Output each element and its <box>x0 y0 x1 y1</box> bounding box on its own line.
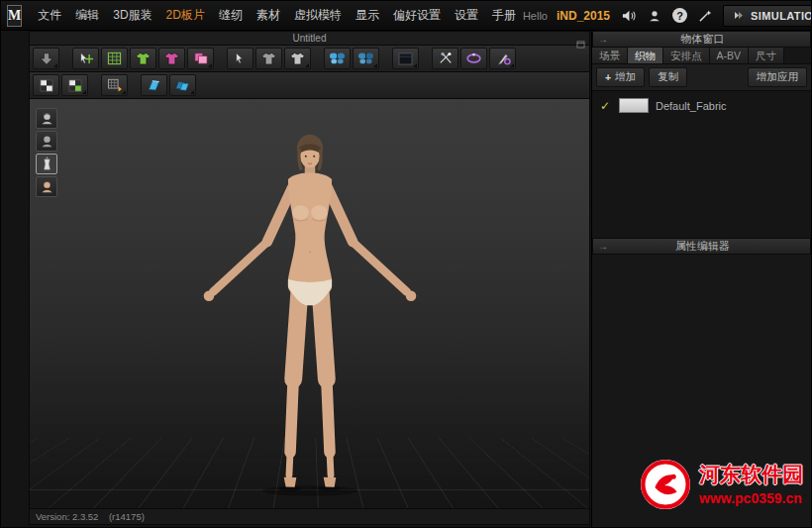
property-editor-header[interactable]: → 属性编辑器 <box>592 238 811 255</box>
fabric-swatch[interactable] <box>619 98 649 113</box>
pin-cross-tool[interactable] <box>432 48 458 69</box>
garment-magenta-tool[interactable] <box>158 48 185 69</box>
avatar-preset-list <box>36 108 57 197</box>
avatar-model[interactable] <box>179 127 440 515</box>
fabric-name-label: Default_Fabric <box>656 100 727 112</box>
pattern-copy-tool[interactable] <box>187 48 214 69</box>
help-icon[interactable]: ? <box>672 8 687 23</box>
menu-avatar[interactable]: 虚拟模特 <box>287 2 349 29</box>
tab-fabric[interactable]: 织物 <box>628 48 663 63</box>
menu-sewing[interactable]: 缝纫 <box>212 2 250 29</box>
object-window-title: 物体窗口 <box>613 32 810 47</box>
menu-settings[interactable]: 设置 <box>448 2 485 29</box>
fabric-actions: + 增加 复制 增加应用 <box>592 64 811 91</box>
fabric-list: ✓ Default_Fabric <box>592 91 811 238</box>
texture-edit-tool[interactable] <box>101 74 128 96</box>
fabric-check-icon[interactable]: ✓ <box>600 99 612 113</box>
wand-icon[interactable] <box>696 7 714 25</box>
tab-filler <box>784 48 811 63</box>
tab-abv[interactable]: A-BV <box>710 48 750 63</box>
select-pattern-tool[interactable] <box>227 48 254 69</box>
tab-size[interactable]: 尺寸 <box>749 48 784 63</box>
content-area: Untitled <box>1 31 811 527</box>
detach-arrow-icon[interactable]: → <box>598 34 608 45</box>
menu-file[interactable]: 文件 <box>31 2 68 29</box>
garment-gray-b-tool[interactable] <box>284 48 311 69</box>
dark-panel-tool[interactable] <box>392 48 419 69</box>
simulation-label: SIMULATION <box>751 10 812 22</box>
object-window-tabs: 场景 织物 安排点 A-BV 尺寸 <box>592 48 811 64</box>
select-move-tool[interactable] <box>72 48 99 69</box>
avatar-preset-head-bald[interactable] <box>36 131 57 152</box>
rotate-ring-tool[interactable] <box>460 48 487 69</box>
import-arrow-tool[interactable] <box>33 48 59 69</box>
show-mesh-tool[interactable] <box>101 48 128 69</box>
plane-view-tool[interactable] <box>141 74 167 96</box>
avatar-legs <box>288 289 330 475</box>
menu-material[interactable]: 素材 <box>250 2 287 29</box>
toolbar-row-1 <box>29 46 590 72</box>
detach-arrow-icon-2[interactable]: → <box>598 241 608 252</box>
add-fabric-button[interactable]: + 增加 <box>596 67 645 87</box>
garment-green-tool[interactable] <box>130 48 156 69</box>
plane-arrange-tool[interactable] <box>169 74 196 96</box>
version-status: Version: 2.3.52 (r14175) <box>30 508 589 524</box>
avatar-preset-head-hair[interactable] <box>36 108 57 129</box>
float-window-icon[interactable] <box>576 35 585 53</box>
right-panel: → 物体窗口 场景 织物 安排点 A-BV 尺寸 + 增加 复制 <box>591 31 811 527</box>
menu-bar: 文件 编辑 3D服装 2D板片 缝纫 素材 虚拟模特 显示 偏好设置 设置 手册 <box>31 2 523 29</box>
pen-ring-tool[interactable] <box>489 48 516 69</box>
add-apply-button[interactable]: 增加应用 <box>748 67 807 87</box>
document-tab-bar: Untitled <box>29 31 590 46</box>
menu-edit[interactable]: 编辑 <box>68 2 106 29</box>
title-bar: M 文件 编辑 3D服装 2D板片 缝纫 素材 虚拟模特 显示 偏好设置 设置 … <box>1 1 811 31</box>
hello-label: Hello <box>523 10 548 22</box>
avatar-preset-dress-form[interactable] <box>36 154 57 174</box>
avatar-preset-head-skin[interactable] <box>36 176 57 197</box>
menu-preferences[interactable]: 偏好设置 <box>386 2 448 29</box>
symmetry-paste-tool[interactable] <box>324 48 351 69</box>
simulation-icon <box>733 10 745 22</box>
titlebar-right-cluster: Hello iND_2015 ? SIMULATION ▼ <box>523 5 812 27</box>
user-icon[interactable] <box>646 7 663 25</box>
viewport-3d[interactable]: Version: 2.3.52 (r14175) <box>29 99 590 525</box>
toolbar-row-2 <box>29 72 590 99</box>
volume-icon[interactable] <box>619 7 637 25</box>
app-logo: M <box>7 5 22 27</box>
menu-manual[interactable]: 手册 <box>485 2 523 29</box>
simulation-button[interactable]: SIMULATION ▼ <box>723 5 812 27</box>
menu-3d-garment[interactable]: 3D服装 <box>106 2 158 29</box>
texture-checker-tool[interactable] <box>33 74 59 96</box>
object-window-header[interactable]: → 物体窗口 <box>592 31 811 48</box>
property-editor-area <box>592 255 811 527</box>
document-title: Untitled <box>30 33 589 44</box>
menu-display[interactable]: 显示 <box>349 2 386 29</box>
plus-icon: + <box>605 71 611 83</box>
main-area: Untitled <box>1 31 591 527</box>
menu-2d-pattern[interactable]: 2D板片 <box>159 2 212 29</box>
texture-checker-color-tool[interactable] <box>61 74 88 96</box>
garment-gray-a-tool[interactable] <box>255 48 282 69</box>
tab-scene[interactable]: 场景 <box>592 48 628 63</box>
symmetry-edit-tool[interactable] <box>353 48 379 69</box>
app-window: M 文件 编辑 3D服装 2D板片 缝纫 素材 虚拟模特 显示 偏好设置 设置 … <box>0 0 812 528</box>
avatar-torso <box>287 173 331 298</box>
username-label: iND_2015 <box>557 9 610 23</box>
property-editor-title: 属性编辑器 <box>613 239 810 254</box>
tab-arrangement[interactable]: 安排点 <box>663 48 710 63</box>
copy-fabric-button[interactable]: 复制 <box>649 67 687 87</box>
fabric-list-item[interactable]: ✓ Default_Fabric <box>595 95 808 116</box>
